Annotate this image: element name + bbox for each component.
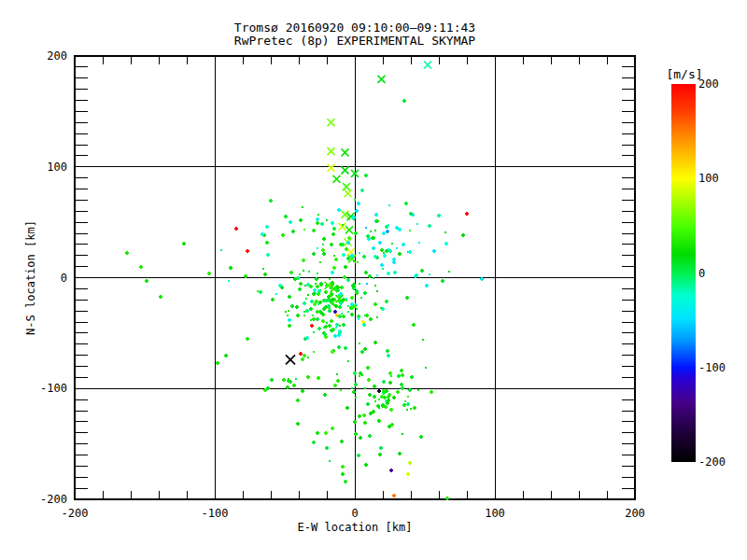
- data-point: [207, 272, 211, 275]
- data-point: [331, 221, 334, 225]
- data-point: [360, 189, 364, 192]
- data-point: [406, 472, 410, 476]
- data-point: [302, 259, 305, 262]
- data-point: [345, 247, 348, 251]
- skymap-screen: Tromsø 20160920 09:10:00–09:11:43 RwPret…: [0, 0, 747, 560]
- data-point: [373, 385, 376, 388]
- data-point: [316, 221, 319, 225]
- data-point: [289, 220, 292, 224]
- data-point: [313, 331, 315, 333]
- data-point: [364, 271, 368, 274]
- data-point: [321, 248, 325, 252]
- data-point: [360, 297, 362, 299]
- data-point: [366, 402, 370, 406]
- data-point: [357, 315, 360, 318]
- data-point: [402, 403, 406, 407]
- data-point: [461, 233, 465, 237]
- data-point: [308, 271, 310, 273]
- data-point: [312, 315, 314, 316]
- data-point: [289, 271, 293, 274]
- data-point: [336, 373, 338, 375]
- data-point: [360, 350, 364, 354]
- data-point: [216, 361, 219, 365]
- data-point: [224, 354, 228, 357]
- data-point: [366, 366, 370, 370]
- data-point: [288, 295, 291, 299]
- data-point: [353, 260, 355, 262]
- data-point-cross: [345, 226, 353, 233]
- data-point: [330, 287, 331, 289]
- data-point: [405, 296, 409, 300]
- data-point: [345, 406, 349, 410]
- data-point: [330, 319, 333, 323]
- data-point: [404, 400, 406, 402]
- data-point: [307, 294, 309, 296]
- data-point-cross: [328, 119, 335, 126]
- data-point: [380, 307, 382, 309]
- data-point: [355, 209, 359, 213]
- data-point: [376, 290, 378, 292]
- data-point: [365, 227, 367, 229]
- data-point: [321, 319, 325, 323]
- data-point: [317, 376, 320, 380]
- colorbar-tick-label: 200: [698, 77, 719, 91]
- data-point: [288, 324, 291, 328]
- data-point: [419, 435, 423, 439]
- data-point-cross: [328, 147, 335, 155]
- y-tick-label: -100: [40, 382, 67, 395]
- data-point: [337, 345, 341, 349]
- data-point: [420, 269, 424, 273]
- data-point: [320, 222, 324, 226]
- data-point: [316, 285, 319, 288]
- data-point: [296, 399, 300, 402]
- data-point: [259, 290, 262, 294]
- x-tick-label: 200: [625, 507, 645, 520]
- data-point: [275, 293, 277, 295]
- data-point: [335, 327, 337, 329]
- data-point-cross: [333, 175, 341, 183]
- data-point: [342, 315, 345, 318]
- data-point: [366, 283, 368, 285]
- data-point: [350, 313, 354, 316]
- data-point: [310, 324, 314, 328]
- data-point: [358, 414, 361, 418]
- data-point: [229, 266, 233, 270]
- data-point: [284, 215, 288, 218]
- data-point: [333, 255, 335, 257]
- data-point: [406, 402, 410, 406]
- data-point: [322, 252, 326, 256]
- data-point: [407, 396, 409, 398]
- data-point: [246, 337, 249, 341]
- data-point: [317, 303, 319, 305]
- data-point: [343, 275, 346, 279]
- data-point: [342, 224, 344, 226]
- data-point: [441, 279, 444, 283]
- data-point: [347, 311, 349, 313]
- data-point: [396, 390, 400, 394]
- data-point: [378, 453, 382, 456]
- data-point: [363, 291, 367, 295]
- data-point: [376, 316, 378, 318]
- data-point: [323, 393, 327, 397]
- data-point-cross: [342, 166, 349, 174]
- data-point: [281, 233, 285, 237]
- data-point: [364, 463, 368, 467]
- data-point: [402, 99, 406, 103]
- data-point: [307, 357, 309, 358]
- data-point: [400, 383, 403, 386]
- data-point: [305, 309, 309, 313]
- data-point: [303, 229, 305, 231]
- data-point: [325, 446, 329, 450]
- data-point: [392, 260, 396, 264]
- data-point: [319, 261, 321, 263]
- data-point: [363, 421, 367, 425]
- data-point: [340, 389, 342, 391]
- data-point: [385, 300, 388, 303]
- data-point: [357, 202, 360, 205]
- data-point: [312, 317, 316, 321]
- data-point: [359, 252, 360, 254]
- data-point: [296, 314, 300, 317]
- data-point: [380, 263, 384, 267]
- data-point: [372, 246, 375, 250]
- data-point: [355, 397, 357, 399]
